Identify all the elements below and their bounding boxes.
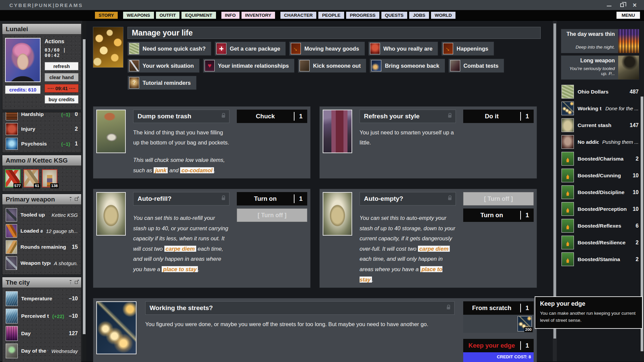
notice-card-long-weapon[interactable]: Long weapon You're seriously tooled up. …: [561, 55, 639, 80]
tab-world[interactable]: WORLD: [431, 11, 456, 19]
rounds-icon: [6, 240, 17, 254]
tab-jobs[interactable]: JOBS: [409, 11, 429, 19]
heart-icon: [205, 60, 215, 71]
tab-bar: STORY WEAPONS OUTFIT EQUIPMENT INFO INVE…: [0, 10, 644, 21]
collapse-icon[interactable]: ↑: [70, 280, 72, 285]
happenings-icon: [443, 43, 453, 54]
close-icon[interactable]: ×: [633, 2, 637, 8]
buy-credits-button[interactable]: buy credits: [45, 95, 78, 104]
card-title-bar: Refresh your style: [360, 110, 456, 123]
tutorial-icon: [129, 77, 139, 88]
tab-group-divider: [119, 11, 121, 19]
weapon-row-loaded-ammo: Loaded am... 12 gauge sh...: [5, 223, 78, 239]
tab-quests[interactable]: QUESTS: [381, 11, 408, 19]
clear-hand-button[interactable]: clear hand: [45, 73, 78, 81]
suit-card-image: [323, 110, 352, 153]
card-title-bar: Auto-refill?: [133, 192, 229, 205]
boost-arrow-icon: [561, 152, 574, 166]
menu-button[interactable]: MENU: [616, 12, 640, 19]
quick-action-kick-out[interactable]: Kick someone out: [298, 59, 366, 73]
from-scratch-button[interactable]: From scratch 1: [463, 301, 534, 315]
quick-action-happenings[interactable]: Happenings: [441, 42, 494, 56]
ammo-item-slug[interactable]: 138: [42, 169, 57, 187]
tooltip-title: Keep your edge: [540, 300, 637, 307]
cash-icon: [129, 43, 139, 54]
bring-back-icon: [371, 60, 381, 71]
card-note: You can set this to auto-empty your stas…: [360, 213, 456, 285]
page-title: Manage your life: [132, 28, 193, 38]
tab-weapons[interactable]: WEAPONS: [123, 11, 154, 19]
tab-outfit[interactable]: OUTFIT: [156, 11, 180, 19]
refresh-button[interactable]: refresh: [45, 62, 78, 70]
turn-off-button-disabled[interactable]: [ Turn off ]: [463, 192, 534, 205]
boost-arrow-icon: [561, 252, 574, 266]
quick-action-quick-cash[interactable]: Need some quick cash?: [127, 42, 211, 56]
keep-your-edge-tooltip: Keep your edge You can make another run …: [535, 296, 643, 329]
notice-card-day-wears-thin[interactable]: The day wears thin Deep into the night.: [561, 29, 639, 53]
identity-icon: [370, 43, 380, 54]
quick-action-work-situation[interactable]: Your work situation: [127, 59, 200, 73]
ammo-item-shells-tan[interactable]: 61: [23, 169, 39, 187]
left-scrollbar-thumb[interactable]: [83, 39, 86, 334]
quick-action-bring-back[interactable]: Bring someone back: [370, 59, 445, 73]
turn-on-button[interactable]: Turn on 1: [237, 192, 307, 205]
tab-character[interactable]: CHARACTER: [280, 11, 317, 19]
left-scrollbar[interactable]: [82, 21, 86, 361]
popout-icon[interactable]: [75, 281, 78, 284]
quick-action-care-package[interactable]: Get a care package: [215, 42, 286, 56]
quick-action-relationships[interactable]: Your intimate relationships: [203, 59, 294, 73]
main-scrollbar-thumb[interactable]: [553, 23, 556, 339]
hand-icon: [561, 135, 574, 149]
card-body: The kind of thing that you have filling …: [133, 128, 229, 147]
minimize-icon[interactable]: [607, 4, 611, 6]
collapse-icon[interactable]: ↑: [70, 197, 72, 202]
gun-icon: [6, 208, 17, 222]
right-stat-boosted-reflexes: Boosted/Reflexes 6: [561, 218, 639, 234]
paper-bag-card-image: [323, 192, 352, 236]
do-it-button[interactable]: Do it 1: [463, 110, 534, 123]
tab-inventory[interactable]: INVENTORY: [241, 11, 275, 19]
quick-action-who-you-are[interactable]: Who you really are: [368, 42, 438, 56]
tab-progress[interactable]: PROGRESS: [346, 11, 380, 19]
stash-bag-icon: [561, 118, 574, 132]
tab-story[interactable]: STORY: [95, 11, 118, 19]
right-stat-boosted-resilience: Boosted/Resilience 2: [561, 235, 639, 250]
quick-action-combat-tests[interactable]: Combat tests: [448, 59, 504, 73]
ammo-item-shells-red[interactable]: 577: [5, 169, 20, 187]
popout-icon[interactable]: [75, 198, 78, 201]
right-stat-boosted-perception: Boosted/Perception 10: [561, 201, 639, 217]
moving-goods-icon: [291, 43, 301, 54]
tab-equipment[interactable]: EQUIPMENT: [181, 11, 216, 19]
restore-icon[interactable]: [620, 3, 624, 7]
keep-your-edge-button[interactable]: Keep your edge 1: [463, 339, 534, 352]
quick-action-tutorial-reminders[interactable]: Tutorial reminders: [127, 76, 197, 90]
right-stat-boosted-stamina: Boosted/Stamina 2: [561, 251, 639, 267]
quick-action-heavy-goods[interactable]: Moving heavy goods: [289, 42, 365, 56]
window-titlebar: CYBER|PUNK|DREAMS ×: [0, 0, 644, 10]
turn-off-button-disabled[interactable]: [ Turn off ]: [237, 208, 307, 222]
street-lights-card-image: [96, 301, 137, 354]
tab-people[interactable]: PEOPLE: [318, 11, 344, 19]
burning-city-icon: [618, 29, 639, 53]
lock-icon: [222, 115, 225, 118]
actions-counter: 03/60 | 00:42: [45, 47, 78, 58]
tab-group-divider: [218, 11, 220, 19]
main-content: Manage your life Need some quick cash? G…: [86, 21, 559, 361]
tab-info[interactable]: INFO: [221, 11, 240, 19]
ammo-panel-header: Ammo // Kettec KSG: [2, 155, 81, 166]
right-stat-ohio-dollars: Ohio Dollars 487: [561, 84, 639, 100]
care-package-icon: [216, 43, 226, 54]
city-row-temperature: Temperature –10: [5, 290, 78, 307]
lock-icon: [447, 307, 450, 309]
weapon-row-tooled-up: Tooled up Kettec KSG: [5, 207, 78, 223]
avatar[interactable]: [5, 38, 41, 82]
boost-arrow-icon: [561, 185, 574, 199]
lock-icon: [448, 115, 451, 118]
chuck-button[interactable]: Chuck 1: [237, 110, 307, 123]
page-title-bar: Manage your life: [127, 27, 541, 39]
right-stat-boosted-cunning: Boosted/Cunning 10: [561, 168, 639, 183]
credits-button[interactable]: credits: 610: [5, 85, 41, 94]
kick-out-icon: [300, 60, 310, 71]
turn-on-button[interactable]: Turn on 1: [463, 208, 534, 222]
trash-card-image: [96, 110, 126, 153]
